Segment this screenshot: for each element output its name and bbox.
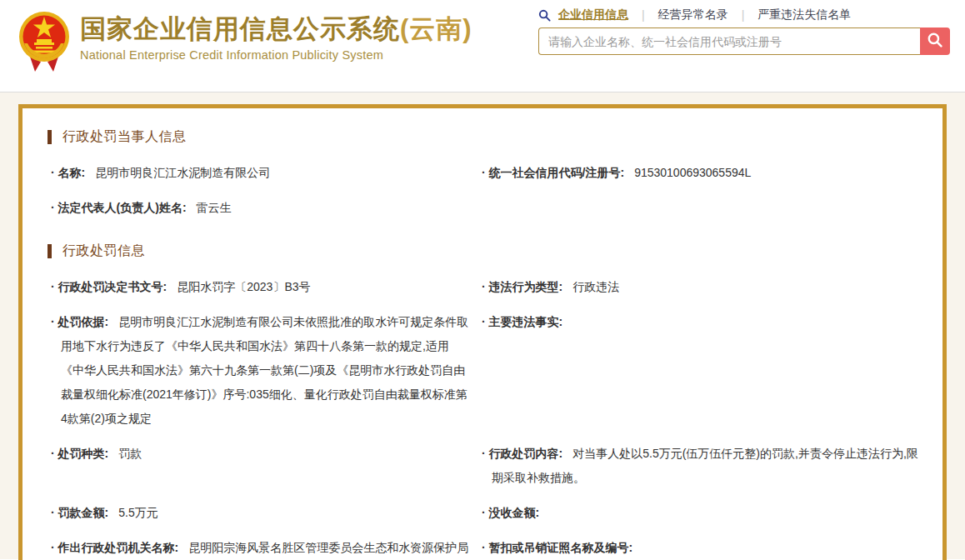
field-penalty-type: 处罚种类:罚款 xyxy=(51,442,470,466)
field-label: 处罚种类: xyxy=(58,447,119,460)
field-value: 5.5万元 xyxy=(118,506,158,519)
penalty-info-grid: 行政处罚决定书文号:昆阳水罚字〔2023〕B3号 违法行为类型:行政违法 处罚依… xyxy=(48,275,919,560)
site-header: 国家企业信用信息公示系统(云南) National Enterprise Cre… xyxy=(0,0,965,92)
field-penalty-basis: 处罚依据:昆明市明良汇江水泥制造有限公司未依照批准的取水许可规定条件取用地下水行… xyxy=(51,310,470,431)
field-decision-doc-no: 行政处罚决定书文号:昆阳水罚字〔2023〕B3号 xyxy=(51,275,470,299)
field-label: 违法行为类型: xyxy=(489,280,573,293)
field-label: 主要违法事实: xyxy=(489,315,573,328)
field-label: 作出行政处罚机关名称: xyxy=(58,541,189,554)
section-party-info: 行政处罚当事人信息 xyxy=(48,128,919,146)
field-label: 处罚依据: xyxy=(58,315,119,328)
page-background: 行政处罚当事人信息 名称:昆明市明良汇江水泥制造有限公司 统一社会信用代码/注册… xyxy=(0,92,965,559)
field-license-suspension: 暂扣或吊销证照名称及编号: xyxy=(482,536,919,560)
party-info-grid: 名称:昆明市明良汇江水泥制造有限公司 统一社会信用代码/注册号:91530100… xyxy=(48,161,919,231)
field-penalty-content: 行政处罚内容:对当事人处以5.5万元(伍万伍仟元整)的罚款,并责令停止违法行为,… xyxy=(482,442,919,490)
tab-enterprise-credit-info[interactable]: 企业信用信息 xyxy=(558,8,628,22)
field-value: 行政违法 xyxy=(572,280,619,293)
field-value: 昆明阳宗海风景名胜区管理委员会生态和水资源保护局 xyxy=(188,541,468,554)
field-label: 行政处罚决定书文号: xyxy=(58,280,178,293)
field-value: 雷云生 xyxy=(197,201,232,214)
field-label: 名称: xyxy=(58,166,96,179)
site-title-main: 国家企业信用信息公示系统 xyxy=(80,14,400,43)
penalty-detail-panel: 行政处罚当事人信息 名称:昆明市明良汇江水泥制造有限公司 统一社会信用代码/注册… xyxy=(18,104,947,560)
field-value: 昆明市明良汇江水泥制造有限公司未依照批准的取水许可规定条件取用地下水行为违反了《… xyxy=(61,315,468,425)
field-label: 罚款金额: xyxy=(58,506,119,519)
header-nav: 企业信用信息 | 经营异常名录 | 严重违法失信名单 xyxy=(538,8,851,22)
search-icon xyxy=(927,32,943,51)
site-title-block: 国家企业信用信息公示系统(云南) National Enterprise Cre… xyxy=(80,7,472,62)
section-penalty-info: 行政处罚信息 xyxy=(48,242,919,260)
tab-separator: | xyxy=(742,8,745,22)
field-label: 行政处罚内容: xyxy=(489,447,573,460)
search-bar xyxy=(538,28,950,55)
field-legal-representative: 法定代表人(负责人)姓名:雷云生 xyxy=(51,196,470,220)
site-subtitle: National Enterprise Credit Information P… xyxy=(80,48,472,62)
site-title: 国家企业信用信息公示系统(云南) xyxy=(80,13,472,44)
field-confiscation-amount: 没收金额: xyxy=(482,501,919,525)
field-main-illegal-facts: 主要违法事实: xyxy=(482,310,919,334)
field-label: 暂扣或吊销证照名称及编号: xyxy=(489,541,643,554)
field-value: 罚款 xyxy=(118,447,142,460)
search-button[interactable] xyxy=(920,28,950,55)
field-fine-amount: 罚款金额:5.5万元 xyxy=(51,501,470,525)
field-party-name: 名称:昆明市明良汇江水泥制造有限公司 xyxy=(51,161,470,185)
field-value: 昆明市明良汇江水泥制造有限公司 xyxy=(95,166,270,179)
nav-search-icon xyxy=(538,9,551,22)
tab-serious-violation-list[interactable]: 严重违法失信名单 xyxy=(758,8,851,22)
section-title-text: 行政处罚当事人信息 xyxy=(62,128,187,146)
section-marker-bar xyxy=(48,130,52,144)
field-violation-type: 违法行为类型:行政违法 xyxy=(482,275,919,299)
section-marker-bar xyxy=(48,244,52,258)
field-label: 没收金额: xyxy=(489,506,550,519)
national-emblem-icon xyxy=(18,7,70,73)
field-penalty-authority: 作出行政处罚机关名称:昆明阳宗海风景名胜区管理委员会生态和水资源保护局 xyxy=(51,536,470,560)
tab-abnormal-operations-list[interactable]: 经营异常名录 xyxy=(658,8,728,22)
field-label: 统一社会信用代码/注册号: xyxy=(489,166,635,179)
search-input[interactable] xyxy=(538,28,920,55)
field-value: 昆阳水罚字〔2023〕B3号 xyxy=(177,280,310,293)
field-value: 91530100693065594L xyxy=(634,166,751,179)
site-brand: 国家企业信用信息公示系统(云南) National Enterprise Cre… xyxy=(18,7,472,73)
tab-separator: | xyxy=(642,8,645,22)
field-label: 法定代表人(负责人)姓名: xyxy=(58,201,197,214)
field-uscc: 统一社会信用代码/注册号:91530100693065594L xyxy=(482,161,919,185)
empty-cell xyxy=(482,196,919,197)
section-title-text: 行政处罚信息 xyxy=(62,242,145,260)
site-title-region: (云南) xyxy=(400,14,472,43)
